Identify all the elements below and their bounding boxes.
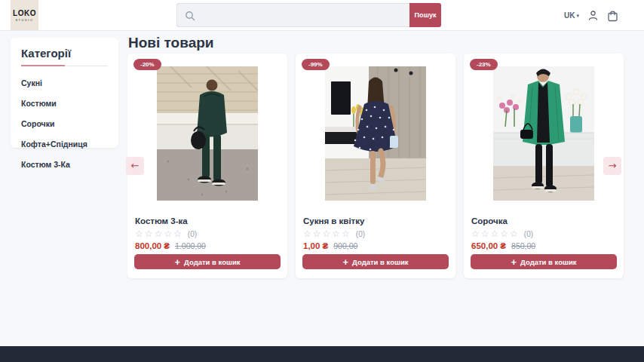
category-list: Сукні Костюми Сорочки Кофта+Спідниця Кос… (21, 75, 108, 170)
list-item: Кофта+Спідниця (21, 137, 108, 150)
footer (0, 346, 644, 362)
sidebar-item-sorochky[interactable]: Сорочки (21, 119, 54, 128)
old-price: 1.000,00 (175, 241, 206, 250)
sidebar-item-kostium-3ka[interactable]: Костюм 3-Ка (21, 160, 70, 169)
product-title[interactable]: Сорочка (471, 216, 508, 225)
categories-panel: Категорії Сукні Костюми Сорочки Кофта+Сп… (11, 38, 118, 148)
product-prices: 1,00 ₴ 900,00 (303, 241, 357, 250)
discount-badge: -23% (470, 59, 498, 70)
chevron-down-icon: ▾ (576, 13, 579, 19)
header: LOKO STUDIO Пошук UK ▾ (0, 0, 644, 31)
add-to-cart-label: Додати в кошик (520, 258, 576, 266)
star-icons: ☆☆☆☆☆ (303, 229, 351, 238)
list-item: Костюми (21, 96, 108, 109)
page-title: Нові товари (128, 35, 214, 51)
list-item: Сукні (21, 75, 108, 89)
old-price: 850,00 (511, 241, 535, 250)
product-title[interactable]: Сукня в квітку (303, 216, 364, 225)
product-rating: ☆☆☆☆☆ (0) (303, 229, 365, 238)
shopping-bag-icon (607, 10, 618, 22)
cart-button[interactable] (607, 10, 618, 22)
list-item: Сорочки (21, 116, 108, 130)
search-input[interactable] (177, 4, 409, 26)
plus-icon: + (511, 257, 517, 267)
current-price: 1,00 ₴ (303, 241, 328, 250)
language-code: UK (564, 11, 575, 20)
rating-count: (0) (356, 230, 365, 238)
add-to-cart-label: Додати в кошик (352, 258, 408, 266)
add-to-cart-button[interactable]: + Додати в кошик (302, 254, 449, 269)
new-products-carousel: -20% (127, 54, 624, 278)
product-title[interactable]: Костюм 3-ка (135, 216, 188, 225)
search-button[interactable]: Пошук (409, 3, 441, 27)
logo[interactable]: LOKO STUDIO (11, 0, 38, 30)
add-to-cart-button[interactable]: + Додати в кошик (471, 254, 617, 269)
categories-title: Категорії (21, 47, 108, 60)
logo-subtitle: STUDIO (15, 18, 33, 22)
star-icons: ☆☆☆☆☆ (471, 229, 520, 238)
product-card: -20% (127, 54, 287, 278)
language-selector[interactable]: UK ▾ (564, 11, 579, 20)
plus-icon: + (342, 257, 348, 267)
sidebar-item-sukni[interactable]: Сукні (21, 78, 42, 87)
account-button[interactable] (587, 10, 599, 21)
current-price: 800,00 ₴ (135, 241, 170, 250)
user-icon (587, 10, 599, 21)
rating-count: (0) (188, 230, 197, 238)
add-to-cart-button[interactable]: + Додати в кошик (134, 254, 281, 269)
search-bar: Пошук (176, 3, 441, 27)
carousel-next-button[interactable]: → (603, 157, 621, 175)
product-image[interactable] (157, 66, 258, 201)
sidebar-item-kofta-spidnytsia[interactable]: Кофта+Спідниця (21, 140, 87, 149)
discount-badge: -99% (302, 59, 330, 70)
sidebar-item-kostiumy[interactable]: Костюми (21, 99, 57, 108)
product-prices: 800,00 ₴ 1.000,00 (135, 241, 206, 250)
product-prices: 650,00 ₴ 850,00 (471, 241, 535, 250)
carousel-prev-button[interactable]: ← (126, 157, 144, 175)
list-item: Костюм 3-Ка (21, 157, 108, 170)
logo-title: LOKO (13, 9, 36, 17)
product-card: -99% (296, 54, 455, 278)
search-icon (185, 11, 195, 24)
plus-icon: + (174, 257, 180, 267)
product-card: -23% (464, 54, 624, 278)
header-actions: UK ▾ (564, 0, 618, 31)
product-image[interactable] (493, 66, 594, 201)
product-image[interactable] (325, 66, 426, 201)
product-rating: ☆☆☆☆☆ (0) (471, 229, 533, 238)
current-price: 650,00 ₴ (471, 241, 506, 250)
add-to-cart-label: Додати в кошик (184, 258, 240, 266)
old-price: 900,00 (333, 241, 357, 250)
rating-count: (0) (524, 230, 533, 238)
discount-badge: -20% (133, 59, 161, 70)
product-rating: ☆☆☆☆☆ (0) (135, 229, 197, 238)
divider (21, 65, 108, 66)
star-icons: ☆☆☆☆☆ (135, 229, 183, 238)
search-box (176, 3, 409, 27)
